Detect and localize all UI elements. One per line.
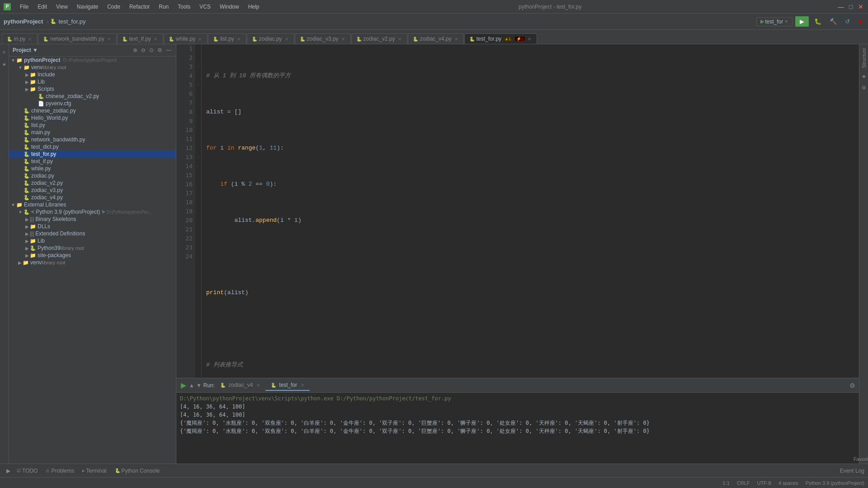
fold-5[interactable]: − (195, 80, 201, 89)
tree-item-zodiac-v4[interactable]: 🐍 zodiac_v4.py (9, 194, 176, 201)
status-indent[interactable]: 4 spaces (778, 480, 798, 486)
menu-file[interactable]: File (16, 3, 32, 11)
menu-run[interactable]: Run (155, 3, 172, 11)
tree-item-test-for[interactable]: 🐍 test_for.py (9, 150, 176, 158)
run-tab-close-zodiac[interactable]: ✕ (256, 383, 260, 388)
tab-text-if[interactable]: 🐍 text_if.py ✕ (117, 33, 163, 44)
terminal-button[interactable]: ▸ Terminal (79, 467, 110, 475)
tree-item-chinese-zodiac-v2[interactable]: 🐍 chinese_zodiac_v2.py (9, 93, 176, 100)
menu-vcs[interactable]: VCS (196, 3, 214, 11)
status-line-ending[interactable]: CRLF (737, 480, 750, 486)
bottom-down-button[interactable]: ▼ (196, 382, 202, 389)
stop-button[interactable]: ■ (855, 16, 864, 27)
tab-close-zodiac[interactable]: ✕ (285, 37, 288, 42)
fold-3[interactable]: − (195, 62, 201, 71)
tree-item-text-if[interactable]: 🐍 text_if.py (9, 158, 176, 165)
code-content[interactable]: # 从 1 到 10 所有偶数的平方 alist = [] for i in r… (202, 44, 859, 378)
tree-item-network-bandwidth[interactable]: 🐍 network_bandwidth.py (9, 136, 176, 143)
tree-item-lib2[interactable]: ▶ 📁 Lib (9, 237, 176, 244)
tab-close-while[interactable]: ✕ (198, 37, 202, 42)
tab-close-text-if[interactable]: ✕ (154, 37, 157, 42)
run-button[interactable]: ▶ (795, 16, 809, 27)
tab-while[interactable]: 🐍 while.py ✕ (164, 33, 208, 44)
tab-zodiac-v4[interactable]: 🐍 zodiac_v4.py ✕ (408, 33, 464, 44)
rerun-button[interactable]: ↺ (842, 16, 853, 27)
menu-code[interactable]: Code (104, 3, 124, 11)
tree-item-dlls[interactable]: ▶ 📁 DLLs (9, 223, 176, 230)
close-button[interactable]: ✕ (857, 3, 864, 10)
bookmarks-icon[interactable]: ★ (860, 72, 868, 81)
maximize-button[interactable]: □ (847, 3, 854, 10)
todo-button[interactable]: ☑ TODO (13, 467, 41, 475)
bottom-tab-test-for[interactable]: 🐍 test_for ✕ (265, 380, 310, 391)
right-tools-icon[interactable]: ⚙ (860, 83, 868, 93)
tree-item-zodiac-v3[interactable]: 🐍 zodiac_v3.py (9, 187, 176, 194)
tree-item-test-dict[interactable]: 🐍 test_dict.py (9, 143, 176, 150)
bottom-settings-button[interactable]: ⚙ (849, 382, 855, 389)
tree-item-chinese-zodiac[interactable]: 🐍 chinese_zodiac.py (9, 107, 176, 114)
tree-item-python39-root[interactable]: ▶ 🐍 Python39 library root (9, 244, 176, 252)
tab-zodiac-v2[interactable]: 🐍 zodiac_v2.py ✕ (351, 33, 407, 44)
tab-close-zodiac-v4[interactable]: ✕ (454, 37, 458, 42)
tree-item-root[interactable]: ▼ 📁 pythonProject D:\Python\pythonProjec… (9, 56, 176, 64)
tree-item-external-libraries[interactable]: ▼ 📁 External Libraries (9, 201, 176, 208)
status-position[interactable]: 1:1 (723, 480, 730, 486)
status-encoding[interactable]: UTF-8 (757, 480, 771, 486)
tree-item-site-packages[interactable]: ▶ 📁 site-packages (9, 252, 176, 259)
tree-item-zodiac-v2[interactable]: 🐍 zodiac_v2.py (9, 179, 176, 187)
menu-navigate[interactable]: Navigate (73, 3, 102, 11)
tree-item-venv[interactable]: ▼ 📁 venv library root (9, 64, 176, 71)
tree-item-extended-definitions[interactable]: ▶ ||| Extended Definitions (9, 230, 176, 237)
menu-window[interactable]: Window (216, 3, 243, 11)
tab-in-py[interactable]: 🐍 in.py ✕ (2, 33, 38, 44)
tree-item-binary-skeletons[interactable]: ▶ ||| Binary Skeletons (9, 216, 176, 223)
tree-locate-file-button[interactable]: ⊙ (148, 46, 155, 54)
run-tab-close-test-for[interactable]: ✕ (301, 383, 304, 388)
bottom-toolbar-run-icon[interactable]: ▶ (4, 467, 13, 475)
tree-close-button[interactable]: — (165, 46, 172, 54)
tab-close-list[interactable]: ✕ (237, 37, 241, 42)
tab-close-zodiac-v2[interactable]: ✕ (398, 37, 401, 42)
bottom-tab-zodiac-v4[interactable]: 🐍 zodiac_v4 ✕ (215, 380, 265, 391)
tree-item-scripts[interactable]: ▶ 📁 Scripts (9, 85, 176, 93)
tree-item-pyvenv[interactable]: 📄 pyvenv.cfg (9, 100, 176, 107)
fold-13[interactable]: − (195, 153, 201, 162)
python-console-button[interactable]: 🐍 Python Console (111, 467, 164, 475)
tree-item-include[interactable]: ▶ 📁 Include (9, 71, 176, 78)
menu-edit[interactable]: Edit (34, 3, 51, 11)
tree-settings-button[interactable]: ⚙ (156, 46, 163, 54)
menu-tools[interactable]: Tools (174, 3, 194, 11)
tab-test-for[interactable]: 🐍 test_for.py ▲1 ⚡2 ✕ (464, 33, 537, 44)
bottom-up-button[interactable]: ▲ (189, 382, 194, 389)
tree-expand-all-button[interactable]: ⊕ (132, 46, 138, 54)
favorites-label[interactable]: Favorites (852, 455, 868, 464)
problems-button[interactable]: ⚠ Problems (42, 467, 78, 475)
run-config-selector[interactable]: ▶ test_for ▼ (756, 17, 793, 26)
tree-item-hello-world[interactable]: 🐍 Hello_World.py (9, 114, 176, 122)
menu-view[interactable]: View (52, 3, 71, 11)
status-interpreter[interactable]: Python 3.9 (pythonProject) (806, 480, 864, 486)
tab-network-bandwidth[interactable]: 🐍 network_bandwidth.py ✕ (38, 33, 116, 44)
tree-item-venv2[interactable]: ▶ 📁 venv library root (9, 259, 176, 266)
sidebar-icon-favorites[interactable]: ★ (0, 60, 8, 69)
menu-refactor[interactable]: Refactor (126, 3, 153, 11)
tab-list[interactable]: 🐍 list.py ✕ (208, 33, 246, 44)
sidebar-icon-structure[interactable]: ≡ (1, 48, 8, 56)
tab-close-zodiac-v3[interactable]: ✕ (341, 37, 345, 42)
tree-item-zodiac[interactable]: 🐍 zodiac.py (9, 172, 176, 179)
structure-panel-toggle[interactable]: Structure (859, 46, 868, 70)
tab-zodiac[interactable]: 🐍 zodiac.py ✕ (247, 33, 294, 44)
minimize-button[interactable]: — (837, 3, 844, 10)
tree-item-python39[interactable]: ▼ 🐍 < Python 3.9 (pythonProject) > D:\Py… (9, 208, 176, 216)
project-name[interactable]: pythonProject (4, 18, 43, 25)
tab-zodiac-v3[interactable]: 🐍 zodiac_v3.py ✕ (295, 33, 351, 44)
tree-collapse-all-button[interactable]: ⊖ (140, 46, 146, 54)
tree-item-main[interactable]: 🐍 main.py (9, 129, 176, 136)
menu-help[interactable]: Help (245, 3, 263, 11)
tree-item-while[interactable]: 🐍 while.py (9, 165, 176, 172)
tab-close-network[interactable]: ✕ (107, 37, 111, 42)
code-editor[interactable]: 1 2 3 4 5 6 7 8 9 10 11 12 13 14 15 16 1… (176, 44, 859, 378)
bottom-run-button[interactable]: ▶ (180, 380, 187, 390)
tab-close-in-py[interactable]: ✕ (28, 37, 32, 42)
tab-close-test-for[interactable]: ✕ (528, 37, 531, 42)
